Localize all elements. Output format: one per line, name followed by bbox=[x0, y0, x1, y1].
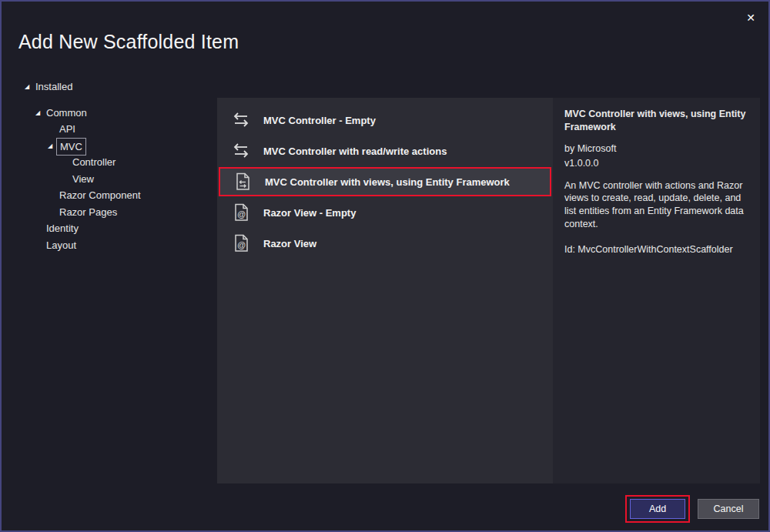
details-title: MVC Controller with views, using Entity … bbox=[564, 108, 748, 134]
svg-text:@: @ bbox=[237, 240, 246, 249]
tree-item-label: View bbox=[72, 171, 94, 188]
expand-triangle-icon[interactable] bbox=[35, 105, 40, 122]
tree-item-label: Common bbox=[46, 105, 87, 122]
tree-item-razor-pages[interactable]: Razor Pages bbox=[3, 204, 216, 221]
details-description: An MVC controller with actions and Razor… bbox=[564, 179, 748, 232]
tree-item-label: API bbox=[59, 121, 75, 138]
tree-item-label: Layout bbox=[46, 237, 76, 254]
tree-item-controller[interactable]: Controller bbox=[3, 154, 216, 171]
details-author: by Microsoft bbox=[564, 142, 748, 156]
close-icon[interactable]: ✕ bbox=[742, 9, 759, 26]
list-item-label: MVC Controller - Empty bbox=[263, 115, 376, 126]
list-item-label: Razor View bbox=[263, 238, 316, 249]
tree-item-label: MVC bbox=[56, 138, 86, 156]
tree-item-layout[interactable]: Layout bbox=[3, 237, 216, 254]
tree-item-api[interactable]: API bbox=[3, 121, 216, 138]
mvc-controller-ef-icon bbox=[233, 172, 253, 192]
list-item-mvc-controller-views-ef[interactable]: MVC Controller with views, using Entity … bbox=[219, 167, 551, 196]
list-item-label: Razor View - Empty bbox=[263, 207, 356, 219]
tree-item-label: Razor Component bbox=[59, 187, 141, 204]
list-item-mvc-controller-readwrite[interactable]: MVC Controller with read/write actions bbox=[217, 136, 553, 166]
add-button[interactable]: Add bbox=[630, 499, 685, 519]
expand-triangle-icon[interactable] bbox=[25, 79, 29, 95]
dialog-footer: Add Cancel bbox=[625, 495, 759, 523]
template-details: MVC Controller with views, using Entity … bbox=[553, 98, 760, 483]
tree-item-label: Identity bbox=[46, 220, 79, 237]
details-version: v1.0.0.0 bbox=[564, 157, 748, 170]
expand-triangle-icon[interactable] bbox=[48, 138, 52, 155]
razor-view-icon: @ bbox=[231, 233, 251, 253]
tree-item-mvc[interactable]: MVC bbox=[3, 138, 216, 155]
category-tree: Installed Common API MVC Controller View… bbox=[3, 79, 216, 481]
tree-item-view[interactable]: View bbox=[3, 171, 216, 188]
add-button-highlight: Add bbox=[625, 495, 690, 523]
dialog-title: Add New Scaffolded Item bbox=[18, 31, 239, 53]
tree-item-label: Razor Pages bbox=[59, 204, 117, 221]
tree-item-installed[interactable]: Installed bbox=[3, 79, 216, 95]
list-item-razor-view-empty[interactable]: @ Razor View - Empty bbox=[217, 197, 553, 228]
template-list: MVC Controller - Empty MVC Controller wi… bbox=[217, 98, 553, 483]
list-item-mvc-controller-empty[interactable]: MVC Controller - Empty bbox=[217, 105, 553, 136]
list-item-label: MVC Controller with views, using Entity … bbox=[265, 176, 510, 188]
tree-item-label: Controller bbox=[72, 154, 116, 171]
razor-view-icon: @ bbox=[231, 202, 251, 223]
tree-item-common[interactable]: Common bbox=[3, 105, 216, 122]
add-scaffolded-item-dialog: Add New Scaffolded Item ✕ Installed Comm… bbox=[0, 0, 770, 532]
list-item-label: MVC Controller with read/write actions bbox=[263, 146, 447, 157]
mvc-controller-icon bbox=[231, 110, 251, 130]
tree-item-label: Installed bbox=[35, 79, 72, 95]
list-item-razor-view[interactable]: @ Razor View bbox=[217, 228, 553, 259]
details-id: Id: MvcControllerWithContextScaffolder bbox=[564, 243, 748, 256]
cancel-button[interactable]: Cancel bbox=[698, 499, 759, 519]
tree-item-identity[interactable]: Identity bbox=[3, 220, 216, 237]
mvc-controller-icon bbox=[231, 141, 251, 161]
svg-text:@: @ bbox=[237, 209, 246, 219]
tree-item-razor-component[interactable]: Razor Component bbox=[3, 187, 216, 204]
